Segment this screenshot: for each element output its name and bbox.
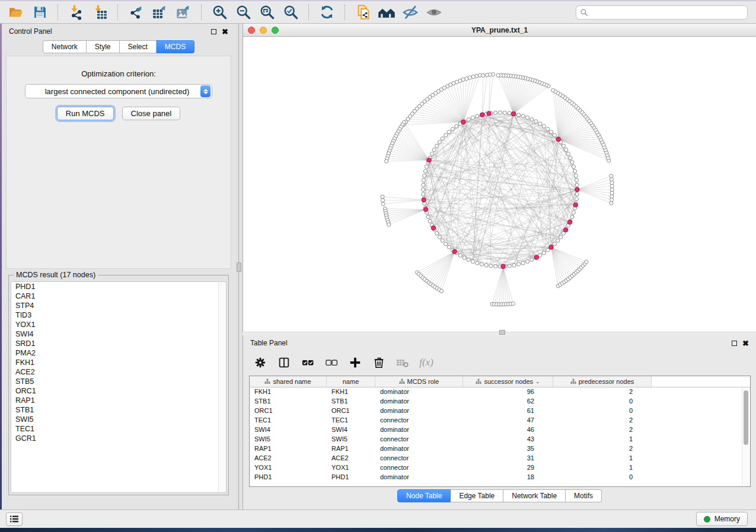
mcds-result-item[interactable]: TID3 [11,310,226,320]
zoom-selected-button[interactable] [280,4,301,21]
export-network-button[interactable] [126,4,146,21]
cell-name: ACE2 [327,454,375,463]
open-file-button[interactable] [6,4,26,21]
save-session-button[interactable] [30,4,50,21]
column-header-name[interactable]: name [327,376,375,387]
splitter-handle[interactable] [499,330,505,335]
cell-successor-nodes: 61 [463,406,553,416]
deselect-all-button[interactable] [323,354,340,371]
vertical-splitter[interactable] [235,24,243,509]
result-scrollbar[interactable] [218,282,226,492]
close-panel-icon[interactable]: ✖ [222,28,228,36]
column-header-predecessor-nodes[interactable]: predecessor nodes [553,376,652,387]
mcds-result-item[interactable]: STB5 [11,377,226,386]
cell-shared-name: TEC1 [250,416,327,425]
memory-button[interactable]: Memory [696,512,748,526]
table-row[interactable]: SWI4SWI4dominator462 [250,425,750,435]
cell-predecessor-nodes: 1 [553,435,652,444]
show-columns-button[interactable] [275,354,293,371]
column-header-shared-name[interactable]: shared name [250,376,327,387]
mcds-result-item[interactable]: ACE2 [11,367,226,377]
delete-column-button[interactable] [370,354,388,371]
cell-successor-nodes: 35 [463,444,553,454]
column-header-MCDS-role[interactable]: MCDS role [375,376,463,387]
task-history-button[interactable] [6,512,23,526]
refresh-button[interactable] [317,4,337,21]
optimization-select[interactable]: largest connected component (undirected) [25,84,212,98]
mcds-result-item[interactable]: FKH1 [11,358,226,367]
zoom-out-button[interactable] [233,4,253,21]
table-scrollbar[interactable] [742,388,749,486]
cell-predecessor-nodes: 2 [553,425,652,435]
add-column-button[interactable] [346,354,364,371]
mcds-result-item[interactable]: SWI4 [11,329,226,339]
toolbar-separator [308,5,309,20]
mcds-result-item[interactable]: CAR1 [11,291,226,301]
import-table-button[interactable] [90,4,110,21]
table-row[interactable]: PHD1PHD1dominator180 [250,473,750,482]
table-row[interactable]: ORC1ORC1dominator610 [250,406,750,416]
mcds-result-list[interactable]: PHD1CAR1STP4TID3YOX1SWI4SRD1PMA2FKH1ACE2… [11,281,227,493]
table-row[interactable]: STB1STB1dominator620 [250,397,750,406]
table-row[interactable]: SWI5SWI5connector431 [250,435,750,444]
mcds-result-item[interactable]: STB1 [11,405,226,415]
table-row[interactable]: TEC1TEC1connector472 [250,416,750,425]
mcds-result-item[interactable]: SRD1 [11,339,226,348]
mcds-result-item[interactable]: STP4 [11,301,226,310]
mcds-result-item[interactable]: PMA2 [11,348,226,358]
zoom-in-button[interactable] [209,4,229,21]
table-settings-button[interactable] [251,354,269,371]
cell-successor-nodes: 18 [463,473,553,482]
tab-mcds[interactable]: MCDS [157,40,194,53]
cell-MCDS-role: connector [375,454,463,463]
search-field[interactable] [576,5,748,20]
table-row[interactable]: YOX1YOX1connector291 [250,463,750,473]
tab-style[interactable]: Style [87,40,120,53]
tab-network[interactable]: Network [43,40,87,53]
mcds-result-item[interactable]: RAP1 [11,396,226,405]
zoom-fit-button[interactable] [257,4,277,21]
hide-selected-button[interactable] [400,4,420,21]
tab-select[interactable]: Select [120,40,157,53]
export-image-button[interactable] [173,4,193,21]
mcds-result-item[interactable]: GCR1 [11,434,226,443]
splitter-handle[interactable] [237,262,241,272]
search-input[interactable] [588,8,744,17]
checked-boxes-icon [301,355,315,370]
duplicate-network-button[interactable] [353,4,373,21]
horizontal-splitter[interactable] [243,332,756,335]
cell-predecessor-nodes: 0 [553,406,652,416]
close-panel-button[interactable]: Close panel [122,107,181,120]
table-row[interactable]: ACE2ACE2connector311 [250,454,750,463]
mcds-result-item[interactable]: YOX1 [11,320,226,329]
refresh-icon [319,4,335,20]
select-all-button[interactable] [299,354,317,371]
cell-successor-nodes: 62 [463,397,553,406]
column-header-successor-nodes[interactable]: successor nodes⌄ [463,376,553,387]
network-canvas[interactable] [243,37,756,332]
network-graph[interactable] [243,37,756,332]
float-panel-icon[interactable] [732,341,737,346]
tab-motifs[interactable]: Motifs [566,489,602,502]
shared-column-icon [570,379,576,384]
first-neighbors-button[interactable] [377,4,397,21]
run-mcds-button[interactable]: Run MCDS [57,107,114,120]
tab-network-table[interactable]: Network Table [503,489,566,502]
mcds-result-item[interactable]: ORC1 [11,386,226,396]
tab-edge-table[interactable]: Edge Table [451,489,503,502]
float-panel-icon[interactable] [211,29,216,34]
close-panel-icon[interactable]: ✖ [742,339,749,347]
cell-shared-name: YOX1 [250,463,327,473]
import-network-button[interactable] [66,4,86,21]
tab-node-table[interactable]: Node Table [397,489,451,502]
table-row[interactable]: FKH1FKH1dominator962 [250,387,750,397]
mcds-result-item[interactable]: SWI5 [11,415,226,424]
mcds-result-item[interactable]: TEC1 [11,424,226,434]
columns-icon [277,356,291,369]
mcds-result-item[interactable]: PHD1 [11,282,226,291]
cell-name: ORC1 [327,406,375,416]
table-row[interactable]: RAP1RAP1dominator352 [250,444,750,454]
export-table-button[interactable] [149,4,170,21]
show-all-button[interactable] [424,4,444,21]
table-delete-icon [395,355,410,370]
